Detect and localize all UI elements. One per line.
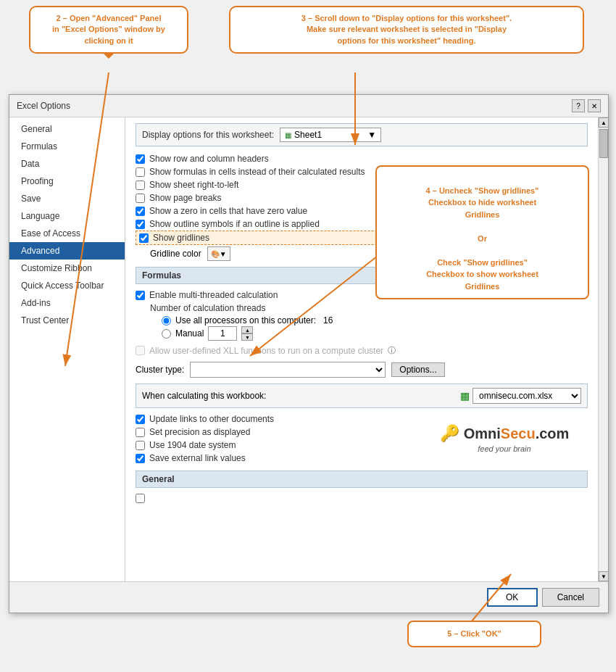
checkbox-pagebreaks-label: Show page breaks <box>149 193 221 203</box>
checkbox-outline[interactable] <box>136 220 145 229</box>
dialog-footer: OK Cancel <box>9 581 608 613</box>
sheet-select[interactable]: ▦ Sheet1 ▼ <box>280 128 381 142</box>
checkbox-row-general-1 <box>136 492 588 505</box>
checkbox-zero[interactable] <box>136 207 145 216</box>
sheet-name: Sheet1 <box>294 130 322 140</box>
checkbox-gridlines-label: Show gridlines <box>153 233 209 243</box>
calculating-label: When calculating this workbook: <box>142 391 266 401</box>
general-section-header: General <box>136 470 588 488</box>
radio-manual[interactable] <box>162 329 171 339</box>
scrollbar[interactable]: ▲ ▼ <box>598 117 608 581</box>
bubble-2: 3 – Scroll down to "Display options for … <box>229 6 584 54</box>
sidebar-item-general[interactable]: General <box>9 120 125 138</box>
checkbox-precision[interactable] <box>136 428 145 437</box>
scroll-down-button[interactable]: ▼ <box>599 571 609 581</box>
threads-label: Number of calculation threads <box>150 303 265 313</box>
checkbox-1904-label: Use 1904 date system <box>149 440 236 450</box>
all-processors-label: Use all processors on this computer: <box>175 315 316 325</box>
radio-all-processors[interactable] <box>162 316 171 325</box>
close-button[interactable]: ✕ <box>588 99 601 112</box>
excel-icon-small: ▦ <box>460 390 470 402</box>
dialog-title: Excel Options <box>17 101 70 111</box>
omnisecu-text: OmniSecu.com <box>464 426 570 442</box>
ok-button[interactable]: OK <box>487 588 538 607</box>
checkbox-row-headers: Show row and column headers <box>136 152 588 165</box>
sheet-icon: ▦ <box>285 131 291 139</box>
checkbox-rtl[interactable] <box>136 181 145 190</box>
sidebar-item-proofing[interactable]: Proofing <box>9 173 125 190</box>
sidebar-item-quick-access[interactable]: Quick Access Toolbar <box>9 277 125 294</box>
dialog-titlebar: Excel Options ? ✕ <box>9 95 608 117</box>
spin-up-button[interactable]: ▲ <box>241 326 253 333</box>
cluster-type-label: Cluster type: <box>136 365 184 375</box>
callout-gridlines: 4 – Uncheck "Show gridlines" Checkbox to… <box>375 165 589 299</box>
checkbox-formulas[interactable] <box>136 167 145 177</box>
checkbox-external-links[interactable] <box>136 454 145 463</box>
manual-label: Manual <box>175 328 204 339</box>
checkbox-row-precision: Set precision as displayed <box>136 426 414 439</box>
checkbox-row-1904: Use 1904 date system <box>136 439 414 452</box>
workbook-select[interactable]: omnisecu.com.xlsx <box>473 388 581 404</box>
sidebar: General Formulas Data Proofing Save Lang… <box>9 117 125 581</box>
spin-down-button[interactable]: ▼ <box>241 333 253 341</box>
checkbox-update-links-label: Update links to other documents <box>149 414 274 424</box>
key-icon: 🔑 <box>440 424 459 443</box>
options-button[interactable]: Options... <box>391 362 444 377</box>
checkbox-formulas-label: Show formulas in cells instead of their … <box>149 167 365 177</box>
info-icon: ⓘ <box>388 345 396 356</box>
checkbox-row-update-links: Update links to other documents <box>136 412 414 426</box>
checkbox-outline-label: Show outline symbols if an outline is ap… <box>149 219 320 229</box>
sidebar-item-ease-of-access[interactable]: Ease of Access <box>9 225 125 242</box>
checkbox-update-links[interactable] <box>136 415 145 424</box>
help-button[interactable]: ? <box>572 99 585 112</box>
worksheet-options-bar: Display options for this worksheet: ▦ Sh… <box>136 123 588 146</box>
checkbox-external-links-label: Save external link values <box>149 453 246 463</box>
calc-checkboxes: Update links to other documents Set prec… <box>136 412 414 465</box>
sidebar-item-trust-center[interactable]: Trust Center <box>9 312 125 329</box>
checkbox-row-external-links: Save external link values <box>136 452 414 465</box>
worksheet-options-label: Display options for this worksheet: <box>142 130 274 140</box>
calculating-bar: When calculating this workbook: ▦ omnise… <box>136 383 588 408</box>
sidebar-item-data[interactable]: Data <box>9 155 125 173</box>
checkbox-xll[interactable] <box>136 346 145 355</box>
sidebar-item-add-ins[interactable]: Add-ins <box>9 294 125 312</box>
cluster-type-select[interactable] <box>190 362 386 378</box>
dialog-controls: ? ✕ <box>572 99 601 112</box>
checkbox-headers-label: Show row and column headers <box>149 154 269 164</box>
sidebar-item-formulas[interactable]: Formulas <box>9 138 125 155</box>
manual-row: Manual ▲ ▼ <box>162 326 588 341</box>
checkbox-rtl-label: Show sheet right-to-left <box>149 180 238 190</box>
sidebar-item-advanced[interactable]: Advanced <box>9 242 125 260</box>
checkbox-gridlines[interactable] <box>139 233 149 243</box>
cluster-row: Cluster type: Options... <box>136 362 588 378</box>
radio-all-processors-row: Use all processors on this computer: 16 <box>162 315 588 326</box>
threads-label-row: Number of calculation threads <box>150 302 588 315</box>
checkbox-multithreaded[interactable] <box>136 291 145 300</box>
processor-count: 16 <box>323 315 333 325</box>
gridline-color-label: Gridline color <box>150 249 201 259</box>
checkbox-general-1[interactable] <box>136 494 145 503</box>
sidebar-item-save[interactable]: Save <box>9 190 125 207</box>
cancel-button[interactable]: Cancel <box>542 588 599 607</box>
checkbox-multithreaded-label: Enable multi-threaded calculation <box>149 290 278 300</box>
scroll-up-button[interactable]: ▲ <box>599 117 609 128</box>
bubble-1: 2 – Open "Advanced" Panel in "Excel Opti… <box>29 6 188 54</box>
manual-threads-input[interactable] <box>208 326 237 341</box>
callout-ok: 5 – Click "OK" <box>407 621 541 647</box>
checkbox-xll-label: Allow user-defined XLL functions to run … <box>149 346 383 356</box>
sidebar-item-customize-ribbon[interactable]: Customize Ribbon <box>9 260 125 277</box>
checkbox-zero-label: Show a zero in cells that have zero valu… <box>149 206 307 216</box>
checkbox-1904[interactable] <box>136 441 145 450</box>
scroll-track <box>599 159 608 571</box>
checkbox-row-xll: Allow user-defined XLL functions to run … <box>136 344 588 357</box>
checkbox-headers[interactable] <box>136 154 145 164</box>
omnisecu-logo-area: 🔑 OmniSecu.com feed your brain <box>421 412 588 465</box>
gridline-color-button[interactable]: 🎨▼ <box>207 246 230 261</box>
sidebar-item-language[interactable]: Language <box>9 207 125 225</box>
general-section: General <box>136 470 588 505</box>
checkbox-pagebreaks[interactable] <box>136 194 145 203</box>
sheet-dropdown-arrow[interactable]: ▼ <box>367 130 376 140</box>
scroll-thumb[interactable] <box>599 129 608 158</box>
checkbox-precision-label: Set precision as displayed <box>149 427 250 437</box>
omnisecu-tagline: feed your brain <box>478 444 530 453</box>
